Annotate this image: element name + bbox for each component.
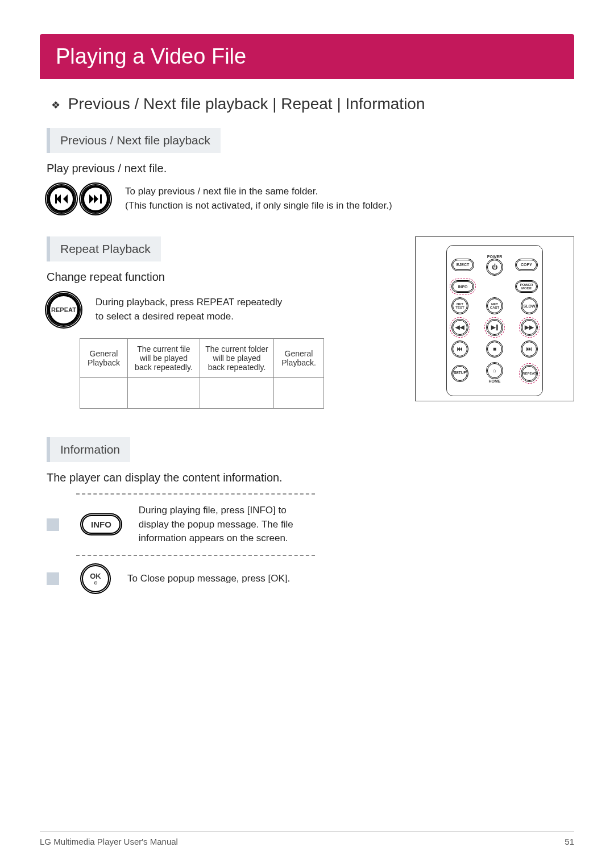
remote-info-button: INFO [453, 281, 473, 292]
remote-setup-button: SETUP [453, 366, 467, 381]
table-cell [274, 378, 324, 409]
step-marker [47, 572, 59, 585]
step-marker [47, 518, 59, 531]
page-number: 51 [565, 837, 574, 846]
repeat-desc: During playback, press REPEAT repeatedly… [96, 296, 289, 323]
info-step2-desc: To Close popup message, press [OK]. [127, 572, 290, 586]
section-heading-text: Previous / Next ﬁle playback | Repeat | … [68, 95, 425, 113]
remote-prev-button: ⏮ [453, 342, 467, 356]
info-button-icon: INFO [82, 515, 121, 534]
remote-power-button: ⏻ [487, 260, 502, 275]
remote-slow-button: SLOW [522, 298, 537, 313]
info-lead: The player can display the content infor… [47, 471, 574, 484]
remote-power-label: POWER [487, 255, 502, 259]
prevnext-desc: To play previous / next ﬁle in the same … [125, 185, 392, 213]
repeat-lead: Change repeat function [47, 271, 392, 284]
section-heading: ❖ Previous / Next ﬁle playback | Repeat … [51, 95, 574, 113]
next-track-icon [81, 184, 110, 214]
prev-track-icon [47, 184, 76, 214]
svg-marker-4 [94, 194, 98, 203]
table-cell [128, 378, 200, 409]
remote-playpause-button: ▶∥ [487, 320, 502, 335]
page-footer: LG Multimedia Player User's Manual 51 [40, 832, 574, 846]
table-cell [200, 378, 273, 409]
subheading-info: Information [47, 437, 130, 462]
table-cell: General Playback [80, 339, 128, 378]
page-title: Playing a Video File [40, 34, 574, 79]
remote-nettest-button: NET TEST [453, 298, 467, 313]
remote-netcast-button: NET CAST [487, 298, 502, 313]
svg-marker-1 [56, 194, 61, 203]
subheading-repeat: Repeat Playback [47, 236, 161, 261]
footer-left: LG Multimedia Player User's Manual [40, 837, 178, 846]
svg-marker-2 [63, 194, 68, 203]
remote-copy-button: COPY [516, 260, 537, 270]
table-cell: The current ﬁle will be played back repe… [128, 339, 200, 378]
repeat-mode-table: General Playback The current ﬁle will be… [80, 338, 324, 409]
svg-marker-3 [89, 194, 94, 203]
remote-repeat-button: REPEAT [522, 366, 537, 381]
remote-stop-button: ■ [487, 342, 502, 356]
svg-rect-0 [55, 194, 57, 203]
repeat-button-icon: REPEAT [47, 293, 81, 327]
table-cell: General Playback. [274, 339, 324, 378]
svg-rect-5 [100, 194, 102, 203]
ok-button-icon: OK ⊙ [82, 565, 109, 592]
remote-forward-button: ▶▶ [522, 320, 537, 335]
remote-next-button: ⏭ [522, 342, 537, 356]
remote-eject-button: EJECT [453, 260, 473, 270]
subheading-prevnext: Previous / Next ﬁle playback [47, 128, 221, 153]
divider [76, 493, 315, 495]
remote-diagram: EJECT POWER ⏻ COPY INFO POWER MODE NET T… [415, 236, 574, 401]
remote-home-button: ⌂ [487, 363, 502, 378]
info-step1-desc: During playing ﬁle, press [INFO] to disp… [139, 504, 309, 546]
table-cell [80, 378, 128, 409]
remote-powermode-button: POWER MODE [516, 281, 537, 292]
table-cell: The current folder will be played back r… [200, 339, 273, 378]
remote-rewind-button: ◀◀ [453, 320, 467, 335]
prevnext-lead: Play previous / next file. [47, 162, 574, 175]
remote-home-label: HOME [489, 379, 501, 383]
bullet-icon: ❖ [51, 99, 60, 111]
divider [76, 555, 315, 556]
